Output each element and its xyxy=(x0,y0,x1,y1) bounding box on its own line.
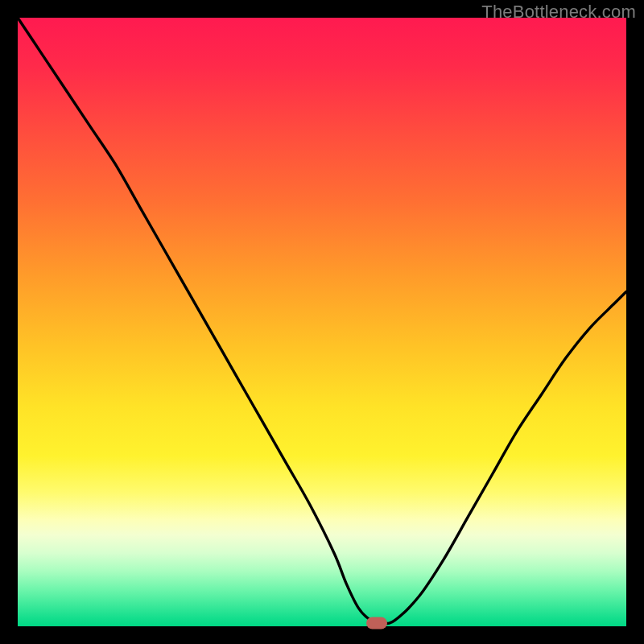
plot-area xyxy=(18,18,626,626)
optimal-marker xyxy=(366,617,387,630)
bottleneck-curve xyxy=(18,18,626,624)
curve-svg xyxy=(18,18,626,626)
chart-frame: TheBottleneck.com xyxy=(0,0,644,644)
